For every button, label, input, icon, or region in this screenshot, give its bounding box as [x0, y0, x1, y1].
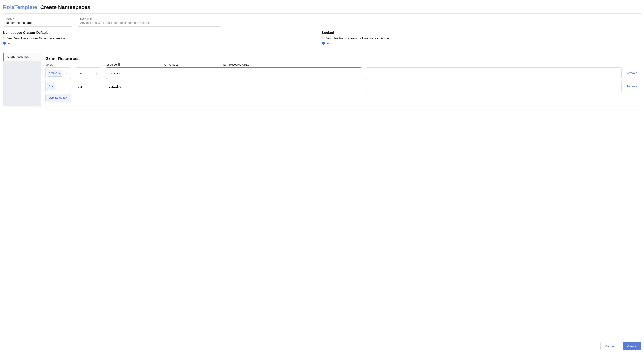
col-header-verbs: Verbs *	[46, 63, 100, 66]
verb-chip: create ✕	[47, 70, 62, 76]
description-label: Description	[80, 17, 218, 20]
name-input[interactable]	[6, 21, 70, 24]
grant-title: Grant Resources	[46, 56, 637, 61]
verb-chip: * ✕	[47, 83, 55, 90]
radio-icon	[322, 37, 325, 40]
cancel-button[interactable]: Cancel	[600, 342, 619, 350]
col-header-resource: Resource i	[105, 63, 159, 66]
chevron-down-icon: ⌄	[95, 85, 99, 88]
description-field-container[interactable]: Description Any text you want that bette…	[78, 16, 221, 27]
description-placeholder: Any text you want that better describes …	[80, 21, 218, 24]
api-groups-input[interactable]	[106, 68, 362, 79]
tabs-sidebar: Grant Resources	[3, 52, 42, 106]
grant-row: * ✕ ⌄ bar ⌄ Remove	[46, 81, 637, 92]
ns-default-no-option[interactable]: No	[3, 42, 322, 45]
api-groups-input[interactable]	[106, 81, 362, 92]
non-resource-urls-input[interactable]	[366, 68, 622, 79]
locked-group: Locked Yes: New bindings are not allowed…	[322, 31, 641, 46]
tabs-panel: Grant Resources Grant Resources Verbs * …	[3, 52, 641, 106]
radio-icon	[322, 42, 325, 45]
remove-chip-icon[interactable]: ✕	[51, 85, 54, 88]
col-header-api-groups: API Groups	[164, 63, 218, 66]
locked-yes-label: Yes: New bindings are not allowed to use…	[326, 37, 389, 40]
radio-icon	[3, 37, 6, 40]
ns-default-yes-label: Yes: Default role for new Namespace crea…	[8, 37, 65, 40]
info-icon[interactable]: i	[118, 64, 120, 66]
page-title: RoleTemplate: Create Namespaces	[3, 4, 641, 14]
tab-grant-resources[interactable]: Grant Resources	[3, 52, 42, 60]
footer: Cancel Create	[0, 339, 644, 353]
locked-title: Locked	[322, 31, 641, 35]
create-button[interactable]: Create	[623, 342, 641, 350]
resource-type-label: RoleTemplate:	[3, 4, 39, 10]
chevron-down-icon: ⌄	[65, 85, 69, 88]
non-resource-urls-input[interactable]	[366, 81, 622, 92]
page-title-text: Create Namespaces	[40, 4, 90, 10]
grant-row: create ✕ ⌄ foo ⌄ Remove	[46, 68, 637, 79]
verbs-select[interactable]: create ✕ ⌄	[46, 68, 71, 79]
namespace-creator-default-group: Namespace Creator Default Yes: Default r…	[3, 31, 322, 46]
add-resource-button[interactable]: Add Resource	[46, 94, 71, 102]
ns-default-yes-option[interactable]: Yes: Default role for new Namespace crea…	[3, 37, 322, 40]
col-header-non-resource-urls: Non-Resource URLs	[223, 63, 277, 66]
resource-select[interactable]: foo ⌄	[76, 68, 101, 79]
name-label: Name *	[6, 17, 70, 20]
ns-default-no-label: No	[8, 42, 11, 45]
locked-yes-option[interactable]: Yes: New bindings are not allowed to use…	[322, 37, 641, 40]
name-field-container[interactable]: Name *	[3, 16, 72, 27]
locked-no-label: No	[326, 42, 330, 45]
verbs-select[interactable]: * ✕ ⌄	[46, 81, 71, 92]
remove-row-button[interactable]: Remove	[626, 68, 637, 79]
remove-chip-icon[interactable]: ✕	[58, 72, 60, 75]
radio-icon	[3, 42, 6, 45]
remove-row-button[interactable]: Remove	[626, 81, 637, 92]
chevron-down-icon: ⌄	[65, 72, 69, 74]
chevron-down-icon: ⌄	[95, 72, 99, 74]
grant-resources-panel: Grant Resources Verbs * Resource i API G…	[42, 52, 641, 106]
locked-no-option[interactable]: No	[322, 42, 641, 45]
resource-select[interactable]: bar ⌄	[76, 81, 101, 92]
ns-default-title: Namespace Creator Default	[3, 31, 322, 35]
